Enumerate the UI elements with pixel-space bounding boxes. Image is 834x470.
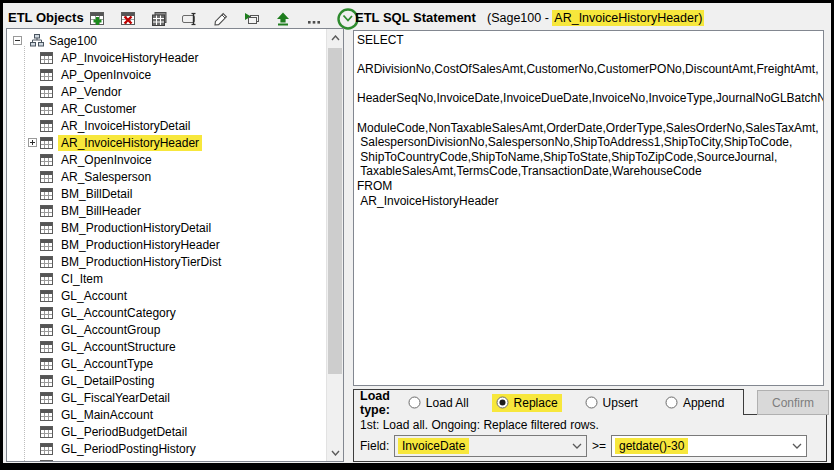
- radio-icon: [496, 396, 509, 409]
- tree-item-CI_Item[interactable]: CI_Item: [7, 270, 326, 287]
- tree-root-sage100[interactable]: Sage100: [7, 32, 326, 49]
- tree-item-GL_Account[interactable]: GL_Account: [7, 287, 326, 304]
- tree-item-AR_Salesperson[interactable]: AR_Salesperson: [7, 168, 326, 185]
- load-type-option-replace[interactable]: Replace: [492, 394, 562, 412]
- scroll-down-icon[interactable]: [327, 444, 344, 461]
- tree-item-label: GL_PeriodPostingHistory: [58, 441, 199, 457]
- tree-item-BM_BillHeader[interactable]: BM_BillHeader: [7, 202, 326, 219]
- field-dropdown[interactable]: InvoiceDate: [394, 435, 587, 457]
- tree-item-label: GL_AccountStructure: [58, 339, 179, 355]
- tree-children: AP_InvoiceHistoryHeaderAP_OpenInvoiceAP_…: [7, 49, 326, 461]
- sql-statement-editor[interactable]: SELECT ARDivisionNo,CostOfSalesAmt,Custo…: [353, 30, 824, 386]
- tree-item-label: AP_OpenInvoice: [58, 67, 154, 83]
- add-table-icon[interactable]: [88, 10, 106, 28]
- tree-item-label: GL_AccountCategory: [58, 305, 179, 321]
- load-type-option-load-all[interactable]: Load All: [404, 394, 473, 412]
- table-icon: [40, 137, 53, 149]
- confirm-button[interactable]: Confirm: [757, 390, 829, 415]
- tree-item-label: AR_OpenInvoice: [58, 152, 155, 168]
- filter-value-dropdown[interactable]: getdate()-30: [611, 435, 807, 457]
- tree-item-label: BM_BillDetail: [58, 186, 135, 202]
- tree-item-label: GL_SubAccount: [58, 458, 151, 462]
- etl-objects-title: ETL Objects: [8, 10, 84, 25]
- tree-item-label: BM_BillHeader: [58, 203, 144, 219]
- tree-item-AR_Customer[interactable]: AR_Customer: [7, 100, 326, 117]
- tree-item-AR_InvoiceHistoryDetail[interactable]: AR_InvoiceHistoryDetail: [7, 117, 326, 134]
- tree-item-AR_OpenInvoice[interactable]: AR_OpenInvoice: [7, 151, 326, 168]
- filter-field-row: Field: InvoiceDate >= getdate()-30: [360, 434, 807, 457]
- table-icon: [40, 120, 53, 132]
- table-icon: [40, 426, 53, 438]
- tree-item-GL_FiscalYearDetail[interactable]: GL_FiscalYearDetail: [7, 389, 326, 406]
- subtitle-prefix: (Sage100 -: [487, 11, 552, 25]
- tree-item-BM_ProductionHistoryHeader[interactable]: BM_ProductionHistoryHeader: [7, 236, 326, 253]
- tree-item-label: AR_InvoiceHistoryDetail: [58, 118, 193, 134]
- table-icon: [40, 69, 53, 81]
- tree-item-GL_MainAccount[interactable]: GL_MainAccount: [7, 406, 326, 423]
- table-icon: [40, 154, 53, 166]
- delete-table-icon[interactable]: [119, 10, 137, 28]
- load-type-option-upsert[interactable]: Upsert: [581, 394, 642, 412]
- tree-item-label: GL_FiscalYearDetail: [58, 390, 173, 406]
- tree-scrollbar[interactable]: [326, 29, 343, 461]
- tree-root-label: Sage100: [49, 34, 97, 48]
- etl-objects-tree: Sage100 AP_InvoiceHistoryHeaderAP_OpenIn…: [6, 28, 344, 462]
- tree-item-GL_AccountCategory[interactable]: GL_AccountCategory: [7, 304, 326, 321]
- tree-item-label: AR_Customer: [58, 101, 139, 117]
- tree-item-label: GL_MainAccount: [58, 407, 156, 423]
- tree-item-AR_InvoiceHistoryHeader[interactable]: AR_InvoiceHistoryHeader: [7, 134, 326, 151]
- more-options-icon[interactable]: [305, 10, 323, 28]
- tree-item-GL_PeriodPostingHistory[interactable]: GL_PeriodPostingHistory: [7, 440, 326, 457]
- tree-item-BM_ProductionHistoryTierDist[interactable]: BM_ProductionHistoryTierDist: [7, 253, 326, 270]
- table-icon: [40, 103, 53, 115]
- table-icon: [40, 205, 53, 217]
- data-grid-icon[interactable]: [150, 10, 168, 28]
- upload-icon[interactable]: [274, 10, 292, 28]
- scroll-up-icon[interactable]: [327, 29, 344, 46]
- operator-label: >=: [592, 439, 606, 453]
- tree-item-GL_SubAccount[interactable]: GL_SubAccount: [7, 457, 326, 461]
- load-type-option-append[interactable]: Append: [661, 394, 728, 412]
- edit-pencil-icon[interactable]: [212, 10, 230, 28]
- tree-item-GL_AccountStructure[interactable]: GL_AccountStructure: [7, 338, 326, 355]
- expand-icon[interactable]: [28, 138, 37, 147]
- load-type-options: Load AllReplaceUpsertAppend: [404, 394, 747, 412]
- run-etl-icon[interactable]: [243, 10, 261, 28]
- field-label: Field:: [360, 439, 392, 453]
- tree-item-GL_DetailPosting[interactable]: GL_DetailPosting: [7, 372, 326, 389]
- radio-icon: [665, 396, 678, 409]
- table-icon: [40, 290, 53, 302]
- tree-item-AP_Vendor[interactable]: AP_Vendor: [7, 83, 326, 100]
- table-icon: [40, 86, 53, 98]
- collapse-icon[interactable]: [13, 36, 22, 45]
- tree-item-AP_InvoiceHistoryHeader[interactable]: AP_InvoiceHistoryHeader: [7, 49, 326, 66]
- tree-item-BM_BillDetail[interactable]: BM_BillDetail: [7, 185, 326, 202]
- radio-icon: [585, 396, 598, 409]
- tree-item-label: BM_ProductionHistoryHeader: [58, 237, 223, 253]
- tree-item-GL_PeriodBudgetDetail[interactable]: GL_PeriodBudgetDetail: [7, 423, 326, 440]
- tree-item-GL_AccountType[interactable]: GL_AccountType: [7, 355, 326, 372]
- radio-icon: [408, 396, 421, 409]
- radio-option-label: Append: [683, 396, 724, 410]
- filter-value: getdate()-30: [615, 438, 688, 454]
- tree-item-GL_AccountGroup[interactable]: GL_AccountGroup: [7, 321, 326, 338]
- chevron-down-icon: [792, 443, 802, 449]
- tree-item-BM_ProductionHistoryDetail[interactable]: BM_ProductionHistoryDetail: [7, 219, 326, 236]
- radio-option-label: Upsert: [603, 396, 638, 410]
- tree-item-label: GL_AccountGroup: [58, 322, 163, 338]
- tree-item-label: AP_Vendor: [58, 84, 125, 100]
- scrollbar-thumb[interactable]: [328, 48, 342, 374]
- app-window: ETL Objects: [0, 0, 834, 470]
- table-icon: [40, 409, 53, 421]
- table-icon: [40, 222, 53, 234]
- tree-content: Sage100 AP_InvoiceHistoryHeaderAP_OpenIn…: [7, 29, 326, 461]
- subtitle-highlighted-table: AR_InvoiceHistoryHeader): [552, 10, 704, 26]
- load-type-panel: 1st: Load all. Ongoing: Replace filtered…: [353, 414, 827, 462]
- table-icon: [40, 358, 53, 370]
- table-icon: [40, 256, 53, 268]
- tree-item-AP_OpenInvoice[interactable]: AP_OpenInvoice: [7, 66, 326, 83]
- tree-item-label: AR_InvoiceHistoryHeader: [58, 135, 202, 151]
- rename-icon[interactable]: [181, 10, 199, 28]
- tree-item-label: BM_ProductionHistoryTierDist: [58, 254, 224, 270]
- tree-item-label: AP_InvoiceHistoryHeader: [58, 50, 201, 66]
